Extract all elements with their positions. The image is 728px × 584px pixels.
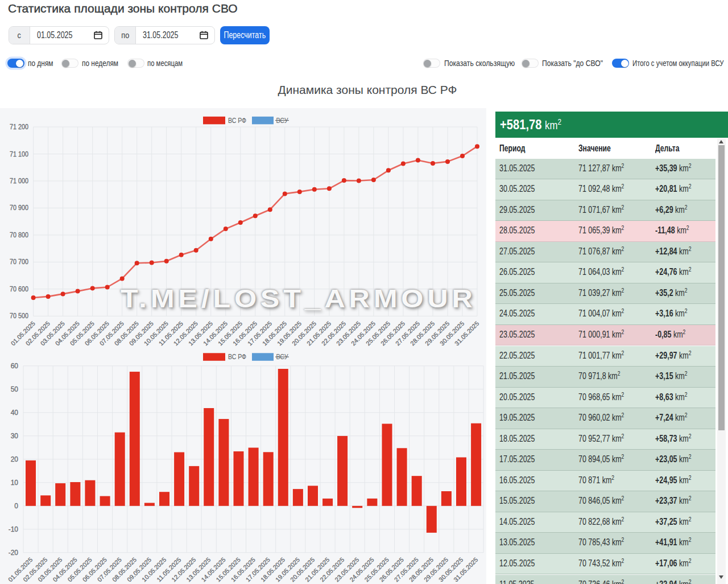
svg-text:50: 50: [11, 385, 19, 393]
svg-text:-20: -20: [9, 549, 19, 557]
svg-text:70 800: 70 800: [10, 231, 28, 239]
svg-text:71 100: 71 100: [10, 150, 28, 158]
svg-text:ВС РФ: ВС РФ: [228, 353, 246, 361]
svg-text:71 000: 71 000: [10, 177, 28, 185]
svg-text:0: 0: [14, 502, 18, 510]
svg-text:20: 20: [11, 455, 19, 463]
svg-text:30: 30: [11, 432, 19, 440]
svg-text:10: 10: [11, 479, 19, 487]
svg-text:-10: -10: [9, 525, 19, 533]
svg-text:71 200: 71 200: [10, 123, 28, 131]
svg-text:40: 40: [11, 409, 19, 417]
svg-text:60: 60: [11, 362, 19, 370]
svg-text:70 500: 70 500: [10, 312, 28, 320]
svg-text:70 700: 70 700: [10, 258, 28, 266]
svg-text:70 600: 70 600: [10, 285, 28, 293]
svg-text:ВС РФ: ВС РФ: [228, 117, 246, 125]
svg-text:70 900: 70 900: [10, 204, 28, 212]
